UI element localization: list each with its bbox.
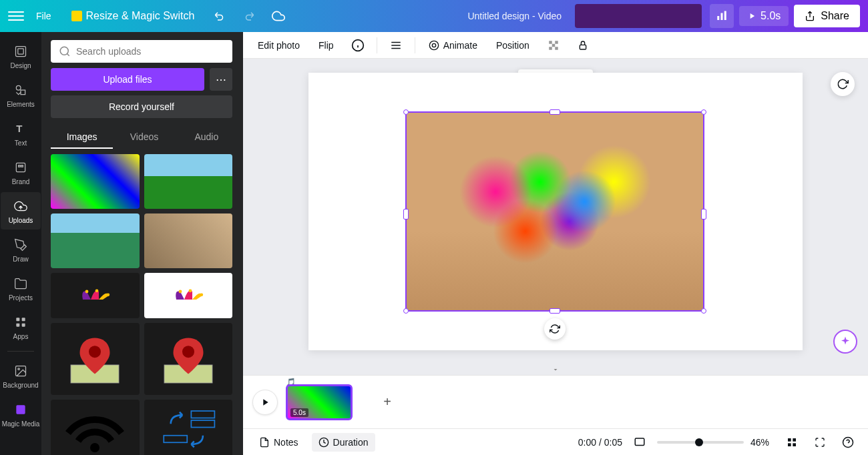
ai-assistant-button[interactable] [833,330,857,354]
tab-images[interactable]: Images [51,126,113,149]
timeline-play-button[interactable] [252,390,278,415]
svg-point-37 [429,41,438,49]
upload-thumb[interactable] [51,154,140,209]
resize-handle-tl[interactable] [403,109,409,115]
svg-point-28 [182,346,194,358]
svg-point-23 [188,289,192,292]
resize-handle-ml[interactable] [403,209,409,219]
transparency-button[interactable] [543,35,564,56]
record-yourself-button[interactable]: Record yourself [51,95,232,118]
upload-more-button[interactable]: ⋯ [210,68,232,91]
svg-rect-43 [555,47,558,50]
upload-thumb[interactable] [51,400,140,455]
upload-thumb[interactable] [144,213,233,268]
timeline: 🎵 5.0s + [243,375,868,428]
search-field[interactable] [76,46,224,57]
rail-uploads[interactable]: Uploads [1,192,41,230]
zoom-level[interactable]: 46% [750,437,775,448]
reset-view-button[interactable] [831,72,855,96]
rail-design[interactable]: Design [1,37,41,75]
canvas-page[interactable] [308,73,803,350]
timeline-toggle[interactable] [243,364,868,375]
zoom-thumb[interactable] [695,438,703,446]
svg-rect-50 [788,443,791,446]
svg-rect-0 [717,16,719,20]
cloud-sync-icon[interactable] [266,4,290,28]
rail-text[interactable]: TText [1,115,41,152]
align-button[interactable] [385,35,407,56]
rail-divider [7,351,34,352]
animate-button[interactable]: Animate [423,36,483,55]
canvas-viewport[interactable]: ⋯ [243,59,868,364]
position-button[interactable]: Position [491,36,535,55]
upload-files-button[interactable]: Upload files [51,68,204,91]
grid-view-button[interactable] [781,432,803,453]
resize-handle-bl[interactable] [403,308,409,314]
tab-videos[interactable]: Videos [113,126,175,149]
redo-button[interactable] [237,4,261,28]
play-time-label: 5.0s [761,10,781,22]
upload-thumb[interactable] [51,213,140,268]
resize-handle-mt[interactable] [550,109,560,115]
analytics-button[interactable] [710,4,734,28]
rail-brand[interactable]: Brand [1,153,41,191]
upload-tabs: Images Videos Audio [51,126,238,149]
rail-elements[interactable]: Elements [1,76,41,113]
svg-rect-9 [19,165,21,167]
rail-background[interactable]: Background [1,357,41,394]
rail-apps[interactable]: Apps [1,308,41,346]
svg-rect-42 [549,47,552,50]
svg-rect-34 [391,41,401,43]
info-button[interactable] [347,35,369,56]
undo-button[interactable] [208,4,232,28]
resize-handle-tr[interactable] [701,109,706,115]
fullscreen-button[interactable] [809,432,831,453]
context-toolbar: Edit photo Flip Animate Position [243,32,868,59]
edit-photo-button[interactable]: Edit photo [252,36,305,55]
resize-handle-mb[interactable] [550,308,560,314]
rail-magic-media[interactable]: Magic Media [1,396,41,433]
selected-image[interactable] [405,111,704,312]
rail-draw[interactable]: Draw [1,231,41,268]
menu-button[interactable] [8,8,24,24]
svg-rect-51 [793,443,796,446]
tab-audio[interactable]: Audio [176,126,238,149]
canvas-area: Edit photo Flip Animate Position ⋯ [243,32,868,455]
upload-thumb[interactable] [144,400,233,455]
svg-text:T: T [16,123,22,134]
svg-rect-39 [549,41,552,44]
separator [377,37,377,53]
svg-point-22 [178,290,182,294]
add-page-button[interactable]: + [361,384,414,420]
flip-button[interactable]: Flip [313,36,339,55]
resize-magic-switch-button[interactable]: Resize & Magic Switch [63,6,203,26]
collaborators-area[interactable] [575,4,702,28]
view-mode-button[interactable] [629,432,650,453]
rail-projects[interactable]: Projects [1,270,41,307]
timeline-clip[interactable]: 5.0s [286,384,353,420]
play-preview-button[interactable]: 5.0s [739,6,789,26]
resize-handle-br[interactable] [701,308,706,314]
lock-button[interactable] [572,35,594,56]
svg-point-5 [16,85,21,90]
upload-thumb[interactable] [144,323,233,395]
notes-button[interactable]: Notes [252,433,305,452]
upload-thumb[interactable] [51,273,140,318]
svg-point-21 [107,293,110,296]
upload-thumb[interactable] [144,273,233,318]
file-menu[interactable]: File [29,7,58,25]
upload-thumb[interactable] [144,154,233,209]
main-area: Design Elements TText Brand Uploads Draw… [0,32,868,455]
share-button[interactable]: Share [794,5,860,27]
document-title[interactable]: Untitled design - Video [459,7,570,25]
resize-handle-mr[interactable] [701,209,706,219]
crown-icon [71,11,82,21]
help-button[interactable] [837,432,859,453]
duration-button[interactable]: Duration [312,433,375,452]
search-uploads-input[interactable] [51,40,232,63]
upload-thumb[interactable] [51,323,140,395]
zoom-slider[interactable] [657,441,744,444]
rotate-button[interactable] [544,318,566,340]
svg-rect-8 [16,163,25,171]
svg-rect-10 [21,165,23,167]
